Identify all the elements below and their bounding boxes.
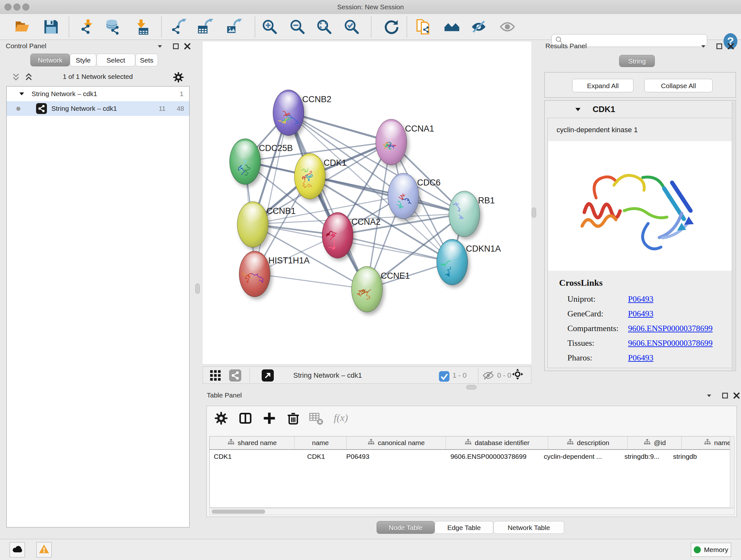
tab-style[interactable]: Style bbox=[70, 54, 96, 66]
node-CCNB2[interactable] bbox=[273, 90, 304, 136]
network-view-title: String Network – cdk1 bbox=[293, 367, 362, 384]
selected-checkbox-icon[interactable] bbox=[439, 371, 448, 380]
node-CDC25B[interactable] bbox=[229, 138, 261, 185]
edge[interactable] bbox=[254, 112, 288, 273]
column-header-shared-name[interactable]: shared name bbox=[210, 436, 294, 449]
open-session-button[interactable] bbox=[14, 18, 31, 36]
show-all-button[interactable] bbox=[499, 18, 516, 36]
node-CCNE1[interactable] bbox=[351, 266, 383, 312]
results-scrollbar[interactable] bbox=[732, 101, 735, 370]
crosslink-link[interactable]: P06493 bbox=[628, 353, 653, 363]
tab-network-table[interactable]: Network Table bbox=[493, 521, 564, 534]
refresh-button[interactable] bbox=[383, 18, 400, 36]
show-columns-icon[interactable] bbox=[239, 411, 253, 425]
collapse-all-button[interactable]: Collapse All bbox=[644, 79, 713, 92]
delete-column-trash-icon[interactable] bbox=[286, 411, 300, 425]
table-row[interactable]: CDK1CDK1P064939606.ENSP00000378699cyclin… bbox=[210, 450, 735, 463]
warnings-button[interactable] bbox=[37, 542, 52, 557]
edge[interactable] bbox=[310, 176, 464, 213]
node-table[interactable]: shared namenamecanonical namedatabase id… bbox=[209, 436, 735, 508]
tab-sets[interactable]: Sets bbox=[135, 54, 158, 66]
save-session-button[interactable] bbox=[43, 18, 60, 36]
control-panel-close-icon[interactable] bbox=[183, 42, 192, 51]
node-CDK1[interactable] bbox=[294, 153, 326, 199]
network-canvas[interactable]: CCNB2CCNA1CDC25BCDK1CDC6RB1CCNB1CCNA2CDK… bbox=[203, 42, 531, 364]
column-header-canonical-name[interactable]: canonical name bbox=[346, 436, 446, 449]
tab-string[interactable]: String bbox=[619, 55, 655, 67]
import-network-database-button[interactable] bbox=[105, 18, 122, 36]
tab-select[interactable]: Select bbox=[96, 54, 135, 66]
hide-selected-button[interactable] bbox=[470, 18, 487, 36]
cell-@id[interactable]: stringdb:9... bbox=[615, 450, 669, 463]
results-panel-close-icon[interactable] bbox=[727, 42, 735, 51]
export-network-button[interactable] bbox=[170, 18, 187, 36]
cell-description[interactable]: cyclin-dependent ... bbox=[540, 450, 615, 463]
import-network-file-button[interactable] bbox=[78, 18, 95, 36]
zoom-selected-button[interactable] bbox=[343, 18, 360, 36]
memory-button[interactable]: Memory bbox=[691, 543, 731, 557]
export-table-button[interactable] bbox=[197, 18, 214, 36]
control-panel-float-icon[interactable] bbox=[172, 42, 180, 51]
control-panel-menu-caret-icon[interactable] bbox=[156, 42, 164, 51]
network-row-selected[interactable]: String Network – cdk1 11 48 bbox=[7, 101, 189, 116]
crosslink-link[interactable]: 9606.ENSP00000378699 bbox=[628, 324, 713, 333]
bottom-splitter-handle[interactable] bbox=[466, 385, 476, 389]
tab-network[interactable]: Network bbox=[30, 54, 70, 66]
string-document-button[interactable] bbox=[414, 18, 432, 36]
hidden-eye-slash-icon[interactable] bbox=[482, 370, 494, 381]
right-splitter-handle[interactable] bbox=[532, 207, 536, 218]
network-options-gear-icon[interactable] bbox=[173, 71, 184, 83]
zoom-in-button[interactable] bbox=[261, 18, 278, 36]
network-collection-row[interactable]: String Network – cdk1 1 bbox=[7, 86, 189, 101]
import-table-button[interactable] bbox=[132, 18, 150, 36]
node-CDC6[interactable] bbox=[388, 173, 419, 219]
node-HIST1H1A[interactable] bbox=[239, 251, 270, 297]
toolbar-separator bbox=[255, 17, 255, 37]
cell-canonical-name[interactable]: P06493 bbox=[342, 450, 437, 463]
string-style-badge-icon[interactable] bbox=[229, 369, 241, 381]
table-panel-menu-caret-icon[interactable] bbox=[705, 391, 713, 400]
edge[interactable] bbox=[254, 273, 367, 289]
export-image-button[interactable] bbox=[226, 18, 243, 36]
crosslink-link[interactable]: 9606.ENSP00000378699 bbox=[628, 338, 713, 348]
node-RB1[interactable] bbox=[449, 191, 480, 237]
node-gloss bbox=[441, 241, 463, 260]
cell-name[interactable]: CDK1 bbox=[290, 450, 342, 463]
table-vertical-scrollbar[interactable] bbox=[730, 436, 735, 508]
expand-all-button[interactable]: Expand All bbox=[572, 79, 633, 92]
column-header-namespace[interactable]: namespace bbox=[681, 436, 735, 449]
open-in-browser-icon[interactable] bbox=[262, 369, 274, 381]
crosslink-link[interactable]: P06493 bbox=[628, 294, 653, 304]
node-CCNB1[interactable] bbox=[237, 201, 268, 247]
create-column-plus-icon[interactable] bbox=[262, 411, 276, 425]
left-splitter-handle[interactable] bbox=[195, 284, 200, 294]
tab-edge-table[interactable]: Edge Table bbox=[434, 521, 493, 534]
zoom-fit-button[interactable] bbox=[316, 18, 333, 36]
column-header-name[interactable]: name bbox=[294, 436, 346, 449]
node-CCNA1[interactable] bbox=[376, 119, 407, 165]
protein-collapse-icon[interactable] bbox=[574, 106, 582, 113]
results-panel-menu-caret-icon[interactable] bbox=[699, 42, 708, 51]
fit-content-crosshair-icon[interactable] bbox=[512, 368, 526, 382]
zoom-out-button[interactable] bbox=[289, 18, 306, 36]
cell-shared-name[interactable]: CDK1 bbox=[210, 450, 290, 463]
column-header-@id[interactable]: @id bbox=[627, 436, 681, 449]
home-button[interactable] bbox=[443, 18, 461, 36]
birds-eye-view-icon[interactable] bbox=[210, 370, 221, 381]
cell-database-identifier[interactable]: 9606.ENSP00000378699 bbox=[437, 450, 540, 463]
scrollbar-thumb[interactable] bbox=[212, 509, 265, 514]
node-CDKN1A[interactable] bbox=[436, 239, 468, 285]
table-panel-close-icon[interactable] bbox=[732, 391, 741, 400]
column-header-description[interactable]: description bbox=[548, 436, 627, 449]
cell-namespace[interactable]: stringdb bbox=[669, 450, 735, 463]
crosslink-link[interactable]: P06493 bbox=[628, 309, 653, 319]
tab-node-table[interactable]: Node Table bbox=[377, 521, 434, 534]
cloud-button[interactable] bbox=[10, 542, 25, 557]
column-header-database-identifier[interactable]: database identifier bbox=[446, 436, 548, 449]
collection-collapse-icon[interactable] bbox=[18, 90, 25, 98]
table-options-gear-icon[interactable] bbox=[214, 411, 228, 425]
node-CCNA2[interactable] bbox=[322, 212, 353, 258]
table-panel-float-icon[interactable] bbox=[721, 391, 729, 400]
results-panel-float-icon[interactable] bbox=[715, 42, 724, 51]
table-horizontal-scrollbar[interactable] bbox=[209, 508, 735, 515]
